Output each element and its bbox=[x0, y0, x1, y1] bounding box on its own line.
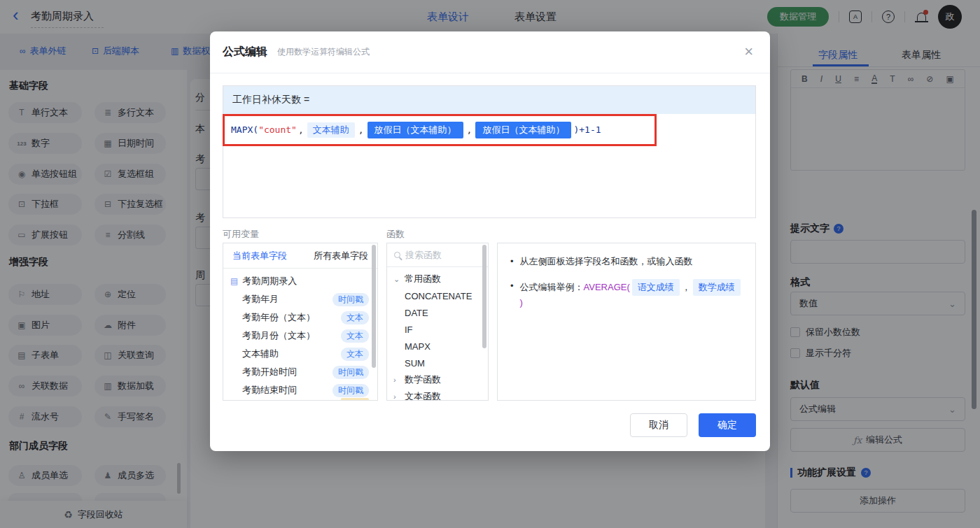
modal-subtitle: 使用数学运算符编辑公式 bbox=[277, 46, 370, 58]
variables-root-node[interactable]: ▤ 考勤周期录入 bbox=[223, 272, 377, 290]
formula-target: 工作日补休天数 = bbox=[223, 86, 755, 114]
help-panel: • 从左侧面板选择字段名和函数，或输入函数 • 公式编辑举例：AVERAGE(语… bbox=[497, 243, 756, 401]
formula-field-chip[interactable]: 文本辅助 bbox=[307, 122, 355, 138]
bullet-icon: • bbox=[510, 279, 514, 310]
help-tip-1: • 从左侧面板选择字段名和函数，或输入函数 bbox=[510, 255, 743, 269]
variables-scrollbar[interactable] bbox=[372, 245, 376, 368]
close-icon[interactable]: × bbox=[744, 44, 753, 59]
formula-field-chip-selected[interactable]: 放假日（文本辅助） bbox=[368, 122, 463, 138]
function-search-input[interactable] bbox=[405, 250, 472, 260]
type-badge: 时间戳 bbox=[332, 384, 369, 397]
formula-tail: )+1-1 bbox=[573, 124, 601, 135]
formula-field-chip-selected[interactable]: 放假日（文本辅助） bbox=[475, 122, 571, 138]
tip-text: 公式编辑举例：AVERAGE(语文成绩，数学成绩) bbox=[520, 279, 743, 310]
variable-name: 文本辅助 bbox=[242, 348, 279, 360]
variable-row[interactable]: 考勤月份（文本）文本 bbox=[223, 327, 377, 345]
variables-tabs: 当前表单字段 所有表单字段 bbox=[223, 243, 377, 269]
formula-function: MAPX( bbox=[231, 124, 258, 135]
type-badge: 时间戳 bbox=[332, 366, 369, 379]
formula-box: 工作日补休天数 = MAPX("count",文本辅助,放假日（文本辅助）,放假… bbox=[223, 85, 756, 218]
form-doc-icon: ▤ bbox=[230, 276, 238, 286]
variable-name: 考勤年月 bbox=[242, 293, 279, 306]
modal-title: 公式编辑 bbox=[223, 45, 267, 59]
functions-label: 函数 bbox=[386, 228, 405, 241]
formula-editor-modal: 公式编辑 使用数学运算符编辑公式 × 工作日补休天数 = MAPX("count… bbox=[210, 31, 770, 451]
formula-highlight[interactable]: MAPX("count",文本辅助,放假日（文本辅助）,放假日（文本辅助）)+1… bbox=[223, 114, 657, 146]
variable-row[interactable]: 考勤年份（文本）文本 bbox=[223, 308, 377, 327]
group-label: 数学函数 bbox=[405, 373, 441, 386]
formula-comma: , bbox=[358, 124, 364, 135]
functions-panel: ⌄ 常用函数 CONCATENATE DATE IF MAPX SUM › 数学… bbox=[386, 243, 489, 401]
function-item[interactable]: IF bbox=[387, 321, 488, 338]
variable-row[interactable]: 文本辅助文本 bbox=[223, 345, 377, 363]
group-label: 文本函数 bbox=[405, 390, 441, 401]
function-item[interactable]: MAPX bbox=[387, 338, 488, 355]
app: ‹ 考勤周期录入 表单设计 表单设置 数据管理 A ? 政 ∞ 表单外链 ⊡ 后… bbox=[0, 0, 980, 528]
group-common-functions[interactable]: ⌄ 常用函数 bbox=[387, 271, 488, 287]
example-field-chip: 语文成绩 bbox=[632, 279, 680, 296]
variable-name: 考勤月份（文本） bbox=[242, 329, 315, 342]
chevron-right-icon: › bbox=[393, 376, 400, 384]
variables-panel: 当前表单字段 所有表单字段 ▤ 考勤周期录入 考勤年月时间戳 考勤年份（文本）文… bbox=[223, 243, 378, 401]
clipped-badge bbox=[341, 398, 369, 400]
function-item[interactable]: DATE bbox=[387, 304, 488, 321]
tab-current-form-fields[interactable]: 当前表单字段 bbox=[232, 250, 287, 262]
search-icon bbox=[394, 252, 400, 258]
function-item[interactable]: SUM bbox=[387, 355, 488, 371]
cancel-button[interactable]: 取消 bbox=[630, 413, 687, 437]
confirm-button[interactable]: 确定 bbox=[699, 413, 756, 437]
type-badge: 文本 bbox=[341, 311, 369, 324]
example-prefix: 公式编辑举例： bbox=[520, 282, 584, 292]
formula-string-arg: "count" bbox=[258, 124, 297, 135]
variable-name: 考勤开始时间 bbox=[242, 366, 297, 378]
chevron-right-icon: › bbox=[393, 392, 400, 401]
formula-editor-area[interactable]: MAPX("count",文本辅助,放假日（文本辅助）,放假日（文本辅助）)+1… bbox=[223, 114, 755, 217]
group-math-functions[interactable]: › 数学函数 bbox=[387, 371, 488, 388]
example-close-paren: ) bbox=[520, 297, 523, 308]
variable-row[interactable]: 考勤结束时间时间戳 bbox=[223, 381, 377, 399]
type-badge: 时间戳 bbox=[332, 293, 369, 306]
variable-row[interactable]: 考勤年月时间戳 bbox=[223, 290, 377, 308]
variable-name: 考勤结束时间 bbox=[242, 384, 297, 397]
help-tip-2: • 公式编辑举例：AVERAGE(语文成绩，数学成绩) bbox=[510, 279, 743, 310]
chevron-down-icon: ⌄ bbox=[393, 275, 400, 284]
variable-name: 考勤年份（文本） bbox=[242, 311, 315, 324]
root-label: 考勤周期录入 bbox=[242, 275, 297, 287]
group-text-functions[interactable]: › 文本函数 bbox=[387, 388, 488, 401]
function-item[interactable]: CONCATENATE bbox=[387, 287, 488, 304]
tip-text: 从左侧面板选择字段名和函数，或输入函数 bbox=[520, 255, 693, 269]
functions-scrollbar[interactable] bbox=[482, 245, 486, 348]
type-badge: 文本 bbox=[341, 329, 369, 343]
example-function: AVERAGE( bbox=[584, 282, 630, 292]
variables-label: 可用变量 bbox=[223, 228, 259, 241]
example-field-chip: 数学成绩 bbox=[693, 279, 741, 296]
bullet-icon: • bbox=[510, 255, 514, 269]
modal-header: 公式编辑 使用数学运算符编辑公式 bbox=[210, 31, 770, 73]
formula-comma: , bbox=[467, 124, 472, 135]
example-comma: ， bbox=[682, 282, 691, 292]
function-search bbox=[387, 243, 488, 267]
formula-comma: , bbox=[298, 124, 304, 135]
group-label: 常用函数 bbox=[405, 273, 441, 285]
type-badge: 文本 bbox=[341, 348, 369, 361]
tab-all-form-fields[interactable]: 所有表单字段 bbox=[314, 250, 368, 262]
function-tree: ⌄ 常用函数 CONCATENATE DATE IF MAPX SUM › 数学… bbox=[387, 267, 488, 401]
variables-list: ▤ 考勤周期录入 考勤年月时间戳 考勤年份（文本）文本 考勤月份（文本）文本 文… bbox=[223, 269, 377, 399]
variable-row[interactable]: 考勤开始时间时间戳 bbox=[223, 363, 377, 381]
